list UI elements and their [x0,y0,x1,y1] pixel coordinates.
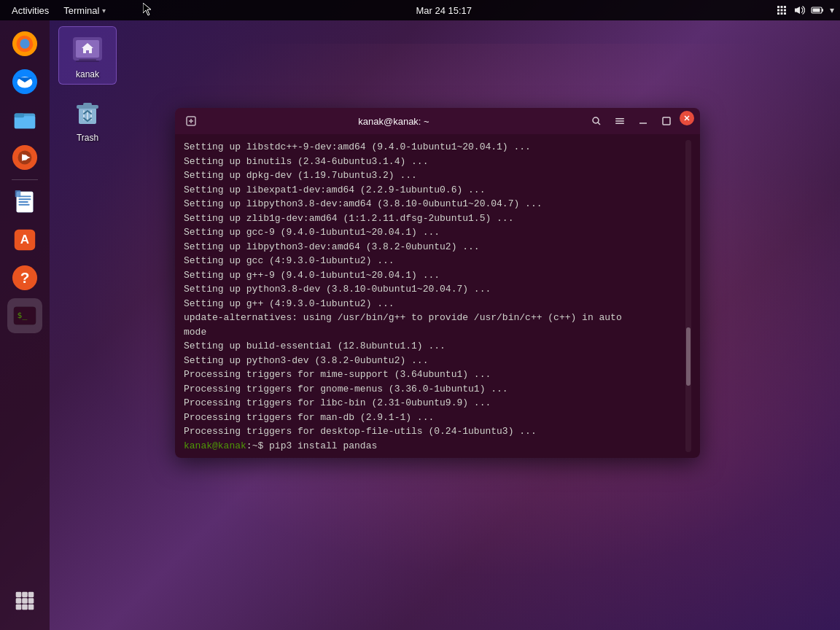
desktop-icon-trash[interactable]: Trash [58,90,117,147]
topbar-app-label: Terminal [63,5,99,16]
svg-rect-46 [22,604,28,610]
svg-rect-28 [18,198,31,200]
terminal-new-tab-button[interactable] [181,111,201,131]
dock-item-writer[interactable] [7,184,42,219]
terminal-scrollbar[interactable] [685,140,691,452]
svg-point-59 [593,117,599,123]
trash-icon-label: Trash [77,133,98,143]
topbar-datetime: Mar 24 15:17 [416,5,472,16]
dock-item-app-grid[interactable] [7,583,42,618]
svg-rect-3 [777,9,779,12]
svg-rect-40 [22,592,28,598]
svg-rect-54 [83,103,92,106]
dock-item-app-center[interactable]: A [7,222,42,257]
terminal-prompt-symbol: :~$ [246,440,269,451]
svg-rect-61 [615,120,624,122]
topbar-dropdown-arrow: ▾ [102,7,106,15]
svg-rect-63 [663,117,670,125]
terminal-close-button[interactable] [680,111,694,125]
svg-text:?: ? [20,269,30,286]
terminal-scrollbar-thumb[interactable] [686,327,691,386]
terminal-titlebar: kanak@kanak: ~ [175,108,700,134]
svg-rect-60 [615,118,624,120]
battery-icon[interactable] [811,4,824,16]
terminal-menu-button[interactable] [610,111,630,131]
svg-rect-10 [822,9,823,12]
network-icon[interactable] [776,4,788,16]
svg-text:A: A [20,233,29,246]
volume-icon[interactable] [793,4,805,16]
svg-rect-4 [781,9,783,12]
terminal-minimize-button[interactable] [633,111,653,131]
svg-rect-47 [28,604,34,610]
dock-item-help[interactable]: ? [7,260,42,295]
dock-bottom [7,583,42,618]
svg-rect-1 [781,6,783,8]
terminal-title-text: kanak@kanak: ~ [204,116,583,127]
terminal-maximize-button[interactable] [656,111,677,131]
terminal-prompt-user: kanak@kanak [184,440,246,451]
terminal-window-controls [586,111,694,131]
system-tray: ▾ [776,4,834,16]
svg-rect-5 [784,9,786,12]
trash-icon-img [70,95,105,130]
activities-button[interactable]: Activities [6,5,55,16]
dock-item-files[interactable] [7,102,42,137]
svg-rect-51 [76,61,99,62]
svg-rect-29 [18,201,28,203]
desktop-icons: kanak [58,26,117,147]
terminal-output-lines: Setting up libstdc++-9-dev:amd64 (9.4.0-… [184,141,622,437]
dock-item-thunderbird[interactable] [7,64,42,99]
desktop-icon-kanak[interactable]: kanak [58,26,117,85]
svg-rect-41 [28,592,34,598]
svg-rect-19 [15,116,35,128]
svg-rect-31 [15,190,21,197]
topbar-center: Mar 24 15:17 [112,5,776,16]
kanak-icon-label: kanak [76,69,99,79]
dock-item-terminal[interactable]: $_ [7,298,42,333]
svg-rect-8 [784,12,786,15]
terminal-output: Setting up libstdc++-9-dev:amd64 (9.4.0-… [184,140,685,452]
topbar: Activities Terminal ▾ Mar 24 15:17 [0,0,840,20]
terminal-body[interactable]: Setting up libstdc++-9-dev:amd64 (9.4.0-… [175,134,700,458]
kanak-icon-img [70,31,105,66]
svg-rect-39 [16,592,22,598]
svg-rect-44 [28,598,34,604]
desktop: Activities Terminal ▾ Mar 24 15:17 [0,0,840,630]
terminal-current-command: pip3 install pandas [269,440,377,451]
svg-text:$_: $_ [18,310,28,320]
topbar-app-name[interactable]: Terminal ▾ [58,5,112,16]
dock: A ? $_ [0,20,50,630]
terminal-window: kanak@kanak: ~ [175,108,700,458]
svg-rect-30 [18,204,29,206]
svg-rect-20 [15,113,24,117]
dock-item-rhythmbox[interactable] [7,140,42,175]
topbar-right: ▾ [776,4,834,16]
svg-rect-62 [615,123,624,125]
svg-rect-45 [16,604,22,610]
system-menu-arrow[interactable]: ▾ [830,5,834,15]
svg-point-14 [20,39,29,48]
svg-rect-2 [784,6,786,8]
dock-item-firefox[interactable] [7,26,42,61]
svg-rect-0 [777,6,779,8]
svg-rect-6 [777,12,779,15]
svg-rect-43 [22,598,28,604]
svg-rect-7 [781,12,783,15]
svg-rect-11 [813,9,820,12]
dock-separator-1 [12,179,38,180]
topbar-left: Activities Terminal ▾ [6,5,112,16]
terminal-search-button[interactable] [586,111,607,131]
svg-rect-42 [16,598,22,604]
